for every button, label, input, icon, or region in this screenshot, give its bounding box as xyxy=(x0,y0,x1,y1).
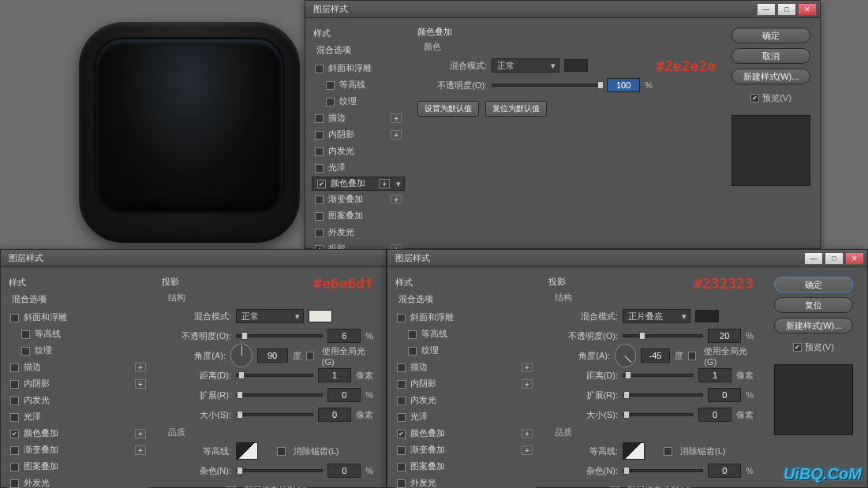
style-checkbox[interactable] xyxy=(10,397,19,405)
opacity-slider[interactable] xyxy=(623,334,703,337)
opacity-slider[interactable] xyxy=(492,84,602,87)
style-item-0[interactable]: 斜面和浮雕 xyxy=(312,61,405,76)
fx-add-icon[interactable]: + xyxy=(391,130,402,140)
style-checkbox[interactable] xyxy=(21,347,30,356)
style-item-2[interactable]: 纹理 xyxy=(312,94,405,110)
ok-button[interactable]: 确定 xyxy=(774,277,853,292)
style-checkbox[interactable] xyxy=(397,446,406,455)
preview-checkbox[interactable] xyxy=(750,94,759,102)
style-item-0[interactable]: 斜面和浮雕 xyxy=(7,310,149,326)
size-value[interactable]: 0 xyxy=(318,408,351,422)
style-item-3[interactable]: 描边+ xyxy=(312,110,405,126)
style-checkbox[interactable] xyxy=(10,430,19,438)
fx-add-icon[interactable]: + xyxy=(522,379,533,389)
opacity-value[interactable]: 100 xyxy=(607,78,640,92)
spread-slider[interactable] xyxy=(623,393,703,397)
style-checkbox[interactable] xyxy=(397,430,406,438)
style-item-5[interactable]: 内发光 xyxy=(7,393,149,408)
style-checkbox[interactable] xyxy=(21,330,30,339)
minimize-button[interactable]: — xyxy=(804,252,823,265)
close-button[interactable]: ✕ xyxy=(845,252,864,265)
fx-add-icon[interactable]: + xyxy=(522,429,533,438)
style-checkbox[interactable] xyxy=(315,164,324,173)
style-item-2[interactable]: 纹理 xyxy=(394,343,536,359)
global-light-checkbox[interactable] xyxy=(688,352,696,360)
preview-checkbox[interactable] xyxy=(793,343,802,352)
opacity-value[interactable]: 20 xyxy=(708,329,741,343)
style-checkbox[interactable] xyxy=(10,463,19,471)
style-checkbox[interactable] xyxy=(397,463,406,471)
contour-picker[interactable] xyxy=(623,442,645,460)
spread-value[interactable]: 0 xyxy=(327,388,361,402)
antialias-checkbox[interactable] xyxy=(277,447,286,456)
style-checkbox[interactable] xyxy=(315,114,324,123)
color-swatch[interactable] xyxy=(564,59,588,72)
distance-value[interactable]: 1 xyxy=(318,368,351,382)
angle-dial[interactable] xyxy=(615,344,636,367)
style-checkbox[interactable] xyxy=(315,229,324,237)
style-item-4[interactable]: 内阴影+ xyxy=(394,376,536,392)
size-value[interactable]: 0 xyxy=(698,408,731,422)
distance-slider[interactable] xyxy=(623,374,694,377)
style-item-9[interactable]: 图案叠加 xyxy=(7,459,149,475)
style-item-9[interactable]: 图案叠加 xyxy=(394,459,536,475)
style-item-7[interactable]: 颜色叠加+ xyxy=(7,426,149,441)
reset-default-button[interactable]: 复位为默认值 xyxy=(485,101,547,117)
distance-value[interactable]: 1 xyxy=(698,368,731,382)
fx-add-icon[interactable]: + xyxy=(135,429,146,438)
style-checkbox[interactable] xyxy=(315,131,324,140)
style-item-9[interactable]: 图案叠加 xyxy=(312,208,405,224)
color-swatch[interactable] xyxy=(695,310,719,322)
reset-button[interactable]: 复位 xyxy=(774,297,853,313)
size-slider[interactable] xyxy=(236,413,313,416)
style-item-3[interactable]: 描边+ xyxy=(394,359,536,375)
style-checkbox[interactable] xyxy=(10,380,19,389)
style-item-6[interactable]: 光泽 xyxy=(7,409,149,425)
style-item-5[interactable]: 内发光 xyxy=(394,393,536,408)
angle-value[interactable]: 90 xyxy=(257,348,288,363)
spread-value[interactable]: 0 xyxy=(708,388,741,402)
size-slider[interactable] xyxy=(623,413,694,416)
fx-add-icon[interactable]: + xyxy=(135,445,146,455)
style-item-10[interactable]: 外发光 xyxy=(312,225,405,240)
style-checkbox[interactable] xyxy=(397,397,406,405)
opacity-value[interactable]: 6 xyxy=(327,329,361,343)
style-item-4[interactable]: 内阴影+ xyxy=(312,127,405,143)
style-checkbox[interactable] xyxy=(315,212,324,221)
style-item-1[interactable]: 等高线 xyxy=(312,77,405,93)
style-item-10[interactable]: 外发光 xyxy=(7,475,149,488)
fx-add-icon[interactable]: + xyxy=(379,179,390,188)
style-item-6[interactable]: 光泽 xyxy=(312,160,405,176)
style-checkbox[interactable] xyxy=(326,81,335,90)
style-checkbox[interactable] xyxy=(317,180,326,188)
maximize-button[interactable]: □ xyxy=(777,3,796,16)
style-checkbox[interactable] xyxy=(10,363,19,372)
style-checkbox[interactable] xyxy=(315,65,324,73)
style-checkbox[interactable] xyxy=(397,413,406,422)
fx-add-icon[interactable]: + xyxy=(522,445,533,455)
style-checkbox[interactable] xyxy=(397,363,406,372)
contour-picker[interactable] xyxy=(236,442,258,460)
maximize-button[interactable]: □ xyxy=(825,252,844,265)
style-checkbox[interactable] xyxy=(397,479,406,488)
style-item-3[interactable]: 描边+ xyxy=(7,359,149,375)
noise-slider[interactable] xyxy=(236,469,323,472)
minimize-button[interactable]: — xyxy=(757,3,776,16)
fx-add-icon[interactable]: + xyxy=(135,363,146,372)
style-item-2[interactable]: 纹理 xyxy=(7,343,149,359)
noise-slider[interactable] xyxy=(623,469,703,472)
noise-value[interactable]: 0 xyxy=(708,464,741,478)
style-checkbox[interactable] xyxy=(408,347,417,356)
blend-mode-select[interactable]: 正片叠底 xyxy=(623,309,690,323)
style-checkbox[interactable] xyxy=(10,479,19,488)
style-item-6[interactable]: 光泽 xyxy=(394,409,536,425)
global-light-checkbox[interactable] xyxy=(306,352,314,360)
angle-value[interactable]: -45 xyxy=(641,348,670,363)
distance-slider[interactable] xyxy=(236,374,313,377)
fx-add-icon[interactable]: + xyxy=(391,195,402,204)
style-item-7[interactable]: 颜色叠加+ xyxy=(394,426,536,441)
style-checkbox[interactable] xyxy=(408,330,417,339)
new-style-button[interactable]: 新建样式(W)... xyxy=(731,69,810,84)
style-item-4[interactable]: 内阴影+ xyxy=(7,376,149,392)
style-checkbox[interactable] xyxy=(397,314,406,322)
